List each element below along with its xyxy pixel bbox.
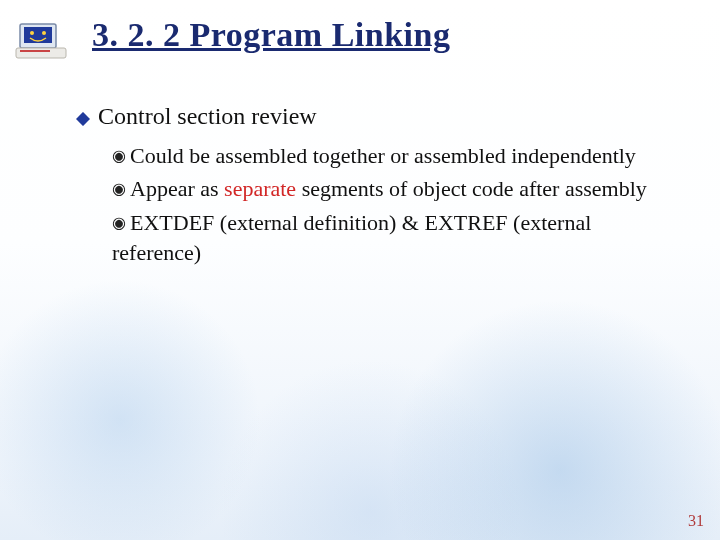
svg-rect-4: [16, 48, 66, 58]
svg-point-2: [30, 31, 34, 35]
level2-text: EXTDEF (external definition) & EXTREF (e…: [112, 210, 591, 265]
logo-icon: [14, 18, 70, 60]
page-number: 31: [688, 512, 704, 530]
level2-text: Appear as: [130, 176, 224, 201]
diamond-icon: [76, 102, 90, 134]
bullet-level2: ◉EXTDEF (external definition) & EXTREF (…: [112, 208, 660, 267]
bullet-level2: ◉Appear as separate segments of object c…: [112, 174, 660, 204]
circle-dot-icon: ◉: [112, 178, 126, 200]
svg-rect-6: [76, 112, 90, 126]
svg-rect-5: [20, 50, 50, 52]
level2-text: Could be assembled together or assembled…: [130, 143, 636, 168]
svg-point-3: [42, 31, 46, 35]
slide-title: 3. 2. 2 Program Linking: [92, 16, 450, 54]
highlight-text: separate: [224, 176, 296, 201]
bullet-level1: Control section review: [76, 100, 660, 135]
slide-body: Control section review ◉Could be assembl…: [76, 100, 660, 267]
circle-dot-icon: ◉: [112, 145, 126, 167]
slide: 3. 2. 2 Program Linking Control section …: [0, 0, 720, 540]
bullet-level2: ◉Could be assembled together or assemble…: [112, 141, 660, 171]
level1-text: Control section review: [98, 103, 317, 129]
level2-text: segments of object code after assembly: [296, 176, 647, 201]
circle-dot-icon: ◉: [112, 212, 126, 234]
